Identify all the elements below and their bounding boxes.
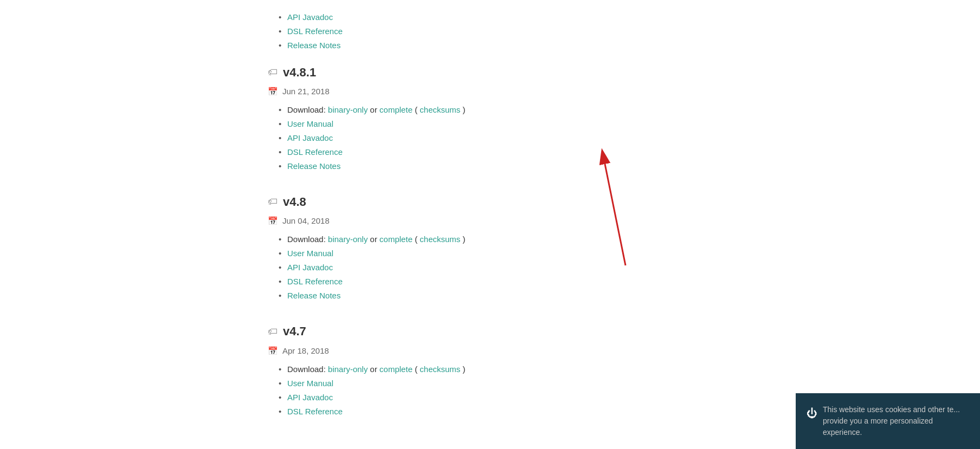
download-label: Download:	[287, 105, 328, 114]
user-manual-link[interactable]: User Manual	[287, 379, 333, 388]
tag-icon: 🏷	[268, 324, 278, 340]
checksums-link[interactable]: checksums	[420, 365, 460, 374]
user-manual-link[interactable]: User Manual	[287, 119, 333, 128]
top-partial-links: API Javadoc DSL Reference Release Notes	[268, 11, 712, 52]
download-label: Download:	[287, 235, 328, 244]
user-manual-link[interactable]: User Manual	[287, 249, 333, 258]
close-paren: )	[463, 235, 466, 244]
complete-link[interactable]: complete	[379, 235, 412, 244]
version-links: Download: binary-only or complete ( chec…	[268, 363, 712, 418]
version-section-v4-8: 🏷 v4.8 📅 Jun 04, 2018 Download: binary-o…	[268, 192, 712, 302]
complete-link[interactable]: complete	[379, 365, 412, 374]
top-partial-section: API Javadoc DSL Reference Release Notes	[268, 11, 712, 52]
api-javadoc-link[interactable]: API Javadoc	[287, 263, 333, 272]
list-item: API Javadoc	[279, 132, 712, 145]
version-date: Jun 04, 2018	[282, 214, 330, 227]
list-item: Release Notes	[279, 289, 712, 302]
main-content: API Javadoc DSL Reference Release Notes …	[246, 0, 734, 449]
version-title: v4.7	[283, 322, 306, 341]
version-date: Apr 18, 2018	[282, 344, 329, 357]
open-paren: (	[415, 365, 417, 374]
version-section-v4-7: 🏷 v4.7 📅 Apr 18, 2018 Download: binary-o…	[268, 322, 712, 418]
version-section-v4-8-1: 🏷 v4.8.1 📅 Jun 21, 2018 Download: binary…	[268, 63, 712, 173]
cookie-icon: ⏻	[807, 405, 817, 421]
or-text: or	[370, 235, 380, 244]
cookie-banner[interactable]: ⏻ This website uses cookies and other te…	[796, 393, 980, 449]
version-date: Jun 21, 2018	[282, 85, 330, 98]
list-item: DSL Reference	[279, 405, 712, 418]
version-title: v4.8	[283, 192, 306, 211]
download-label: Download:	[287, 365, 328, 374]
version-header: 🏷 v4.8	[268, 192, 712, 211]
dsl-reference-link[interactable]: DSL Reference	[287, 147, 343, 157]
checksums-link[interactable]: checksums	[420, 105, 460, 114]
list-item: API Javadoc	[279, 391, 712, 404]
calendar-icon: 📅	[268, 85, 278, 98]
binary-only-link[interactable]: binary-only	[328, 365, 368, 374]
version-header: 🏷 v4.7	[268, 322, 712, 341]
tag-icon: 🏷	[268, 64, 278, 80]
dsl-reference-link[interactable]: DSL Reference	[287, 27, 343, 36]
calendar-icon: 📅	[268, 214, 278, 227]
list-item: DSL Reference	[279, 275, 712, 288]
list-item: DSL Reference	[279, 25, 712, 38]
calendar-icon: 📅	[268, 344, 278, 357]
list-item: DSL Reference	[279, 146, 712, 159]
tag-icon: 🏷	[268, 194, 278, 210]
or-text: or	[370, 365, 380, 374]
release-notes-link[interactable]: Release Notes	[287, 291, 340, 300]
list-item: Download: binary-only or complete ( chec…	[279, 233, 712, 246]
api-javadoc-link[interactable]: API Javadoc	[287, 12, 333, 22]
dsl-reference-link[interactable]: DSL Reference	[287, 407, 343, 416]
checksums-link[interactable]: checksums	[420, 235, 460, 244]
binary-only-link[interactable]: binary-only	[328, 235, 368, 244]
list-item: API Javadoc	[279, 11, 712, 24]
list-item: Download: binary-only or complete ( chec…	[279, 363, 712, 376]
version-title: v4.8.1	[283, 63, 316, 82]
api-javadoc-link[interactable]: API Javadoc	[287, 133, 333, 142]
open-paren: (	[415, 105, 417, 114]
release-notes-link[interactable]: Release Notes	[287, 161, 340, 171]
complete-link[interactable]: complete	[379, 105, 412, 114]
dsl-reference-link[interactable]: DSL Reference	[287, 277, 343, 286]
close-paren: )	[463, 105, 466, 114]
list-item: Release Notes	[279, 39, 712, 52]
list-item: User Manual	[279, 377, 712, 390]
list-item: Download: binary-only or complete ( chec…	[279, 103, 712, 116]
date-row: 📅 Apr 18, 2018	[268, 344, 712, 357]
api-javadoc-link[interactable]: API Javadoc	[287, 393, 333, 402]
cookie-text: This website uses cookies and other te..…	[823, 404, 969, 438]
list-item: User Manual	[279, 247, 712, 260]
list-item: API Javadoc	[279, 261, 712, 274]
release-notes-link[interactable]: Release Notes	[287, 41, 340, 50]
list-item: Release Notes	[279, 160, 712, 173]
close-paren: )	[463, 365, 466, 374]
open-paren: (	[415, 235, 417, 244]
version-header: 🏷 v4.8.1	[268, 63, 712, 82]
date-row: 📅 Jun 04, 2018	[268, 214, 712, 227]
list-item: User Manual	[279, 118, 712, 131]
date-row: 📅 Jun 21, 2018	[268, 85, 712, 98]
version-links: Download: binary-only or complete ( chec…	[268, 233, 712, 302]
or-text: or	[370, 105, 380, 114]
version-links: Download: binary-only or complete ( chec…	[268, 103, 712, 173]
binary-only-link[interactable]: binary-only	[328, 105, 368, 114]
